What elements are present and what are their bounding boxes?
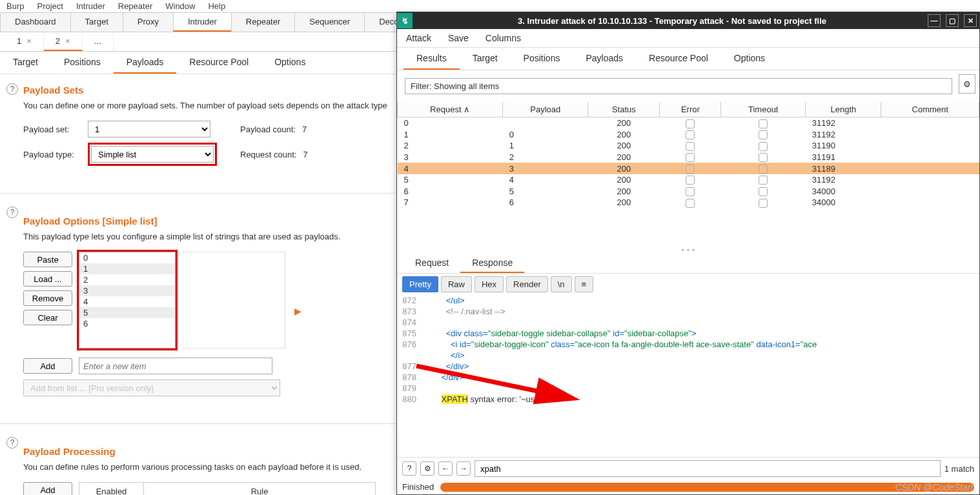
results-table[interactable]: Request ∧PayloadStatusErrorTimeoutLength… [397,102,979,208]
status-row: Finished [397,480,979,494]
add-item-input[interactable] [79,358,272,374]
processing-add-button[interactable]: Add [23,482,72,495]
view-pretty[interactable]: Pretty [402,276,438,292]
chevron-right-icon: ▶ [294,306,301,316]
inner-tab-resourcepool[interactable]: Resource Pool [176,52,261,74]
intruder-tab-1[interactable]: 1× [5,32,44,51]
maximize-icon[interactable]: ▢ [946,14,959,27]
tab-repeater[interactable]: Repeater [231,12,295,32]
prev-match-icon[interactable]: ← [438,461,453,476]
table-header[interactable]: Payload [503,102,588,117]
attack-tab-target[interactable]: Target [460,48,511,70]
table-row[interactable]: 6520034000 [398,185,979,197]
view-render[interactable]: Render [506,276,548,292]
table-row[interactable]: 1020031192 [398,129,979,141]
status-text: Finished [402,482,434,492]
list-item[interactable]: 2 [79,274,175,285]
table-row[interactable]: 4320031189 [398,163,979,174]
list-item[interactable]: 6 [79,318,175,329]
view-hex[interactable]: Hex [475,276,504,292]
close-icon[interactable]: ✕ [964,14,977,27]
table-header[interactable]: Error [660,102,721,117]
list-item[interactable]: 0 [79,252,175,263]
window-title: 3. Intruder attack of 10.10.10.133 - Tem… [419,16,925,26]
payload-set-select[interactable]: 1 [88,121,210,137]
attack-tab-payloads[interactable]: Payloads [573,48,636,70]
rr-tab-response[interactable]: Response [460,254,524,273]
filter-bar[interactable]: Filter: Showing all items [405,78,952,94]
tab-dashboard[interactable]: Dashboard [0,12,71,32]
attack-tab-positions[interactable]: Positions [511,48,573,70]
request-response-tabs: Request Response [397,254,979,274]
table-row[interactable]: 7620034000 [398,197,979,208]
attack-menu-columns[interactable]: Columns [485,33,521,43]
table-header[interactable]: Request ∧ [398,102,503,117]
attack-menu-attack[interactable]: Attack [406,33,431,43]
payload-listbox-ext [182,252,285,349]
gear-icon[interactable]: ⚙ [420,461,434,476]
help-icon[interactable]: ? [6,207,18,218]
hamburger-icon[interactable]: ≡ [575,276,594,292]
help-icon[interactable]: ? [6,437,18,449]
tab-target[interactable]: Target [70,12,123,32]
tab-sequencer[interactable]: Sequencer [294,12,365,32]
close-icon[interactable]: × [65,36,70,46]
inner-tab-payloads[interactable]: Payloads [114,52,177,74]
next-match-icon[interactable]: → [456,461,471,476]
table-header[interactable]: Comment [881,102,979,117]
list-item[interactable]: 3 [79,285,175,296]
search-row: ? ⚙ ← → 1 match [397,457,979,480]
view-raw[interactable]: Raw [441,276,472,292]
close-icon[interactable]: × [26,36,32,46]
payload-type-select[interactable]: Simple list [91,146,214,163]
paste-button[interactable]: Paste [23,252,72,267]
request-count-label: Request count: [240,150,296,159]
newline-toggle[interactable]: \n [551,276,572,292]
help-icon[interactable]: ? [6,83,18,95]
inner-tab-options[interactable]: Options [261,52,318,74]
menu-window[interactable]: Window [165,1,195,11]
payload-listbox[interactable]: 0123456 [79,252,176,349]
attack-tab-resourcepool[interactable]: Resource Pool [636,48,721,70]
menu-project[interactable]: Project [37,1,63,11]
add-button[interactable]: Add [23,358,72,374]
list-item[interactable]: 5 [79,307,175,318]
filter-label: Filter: Showing all items [411,81,499,91]
menu-help[interactable]: Help [208,1,225,11]
titlebar[interactable]: ↯ 3. Intruder attack of 10.10.10.133 - T… [397,12,979,29]
search-input[interactable] [475,460,941,477]
inner-tab-positions[interactable]: Positions [51,52,114,74]
watermark: CSDN @CodeStarr [895,482,974,492]
inner-tab-target[interactable]: Target [0,52,51,74]
intruder-tab-new[interactable]: ... [83,32,114,51]
load-button[interactable]: Load ... [23,271,72,287]
tab-intruder[interactable]: Intruder [173,12,232,32]
gear-icon[interactable]: ⚙ [959,74,975,94]
list-item[interactable]: 1 [79,263,175,274]
annotation-redbox: Simple list [88,143,217,166]
rr-tab-request[interactable]: Request [403,254,460,273]
progress-bar [440,483,974,492]
table-row[interactable]: 5420031192 [398,174,979,186]
tab-proxy[interactable]: Proxy [123,12,174,32]
intruder-tab-2[interactable]: 2× [44,32,83,51]
table-row[interactable]: 2120031190 [398,140,979,152]
attack-tab-results[interactable]: Results [403,48,460,70]
list-item[interactable]: 4 [79,296,175,307]
help-icon[interactable]: ? [402,461,416,476]
clear-button[interactable]: Clear [23,310,72,325]
table-row[interactable]: 3220031191 [398,152,979,163]
response-code[interactable]: 872873874875876877878879880 </ul> <!-- /… [397,295,979,458]
pane-resizer[interactable]: • • • [397,247,979,254]
table-row[interactable]: 020031192 [398,117,979,129]
remove-button[interactable]: Remove [23,290,72,306]
menu-burp[interactable]: Burp [6,1,24,11]
table-header[interactable]: Timeout [721,102,806,117]
table-header[interactable]: Length [806,102,881,117]
table-header[interactable]: Status [588,102,660,117]
attack-tab-options[interactable]: Options [721,48,778,70]
attack-menu-save[interactable]: Save [448,33,469,43]
minimize-icon[interactable]: — [928,14,941,27]
menu-repeater[interactable]: Repeater [118,1,152,11]
menu-intruder[interactable]: Intruder [76,1,105,11]
